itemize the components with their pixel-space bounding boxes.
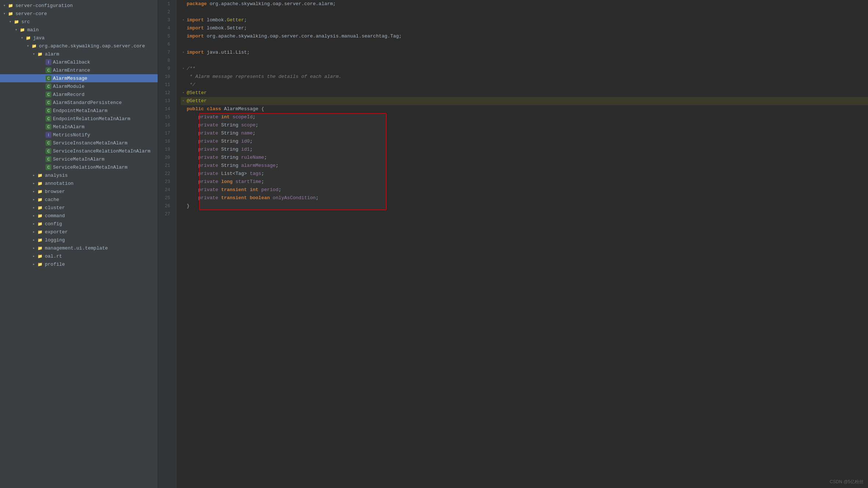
label-AlarmModule: AlarmModule [53, 84, 85, 89]
tree-item-MetaInAlarm[interactable]: C MetaInAlarm [0, 123, 158, 131]
tree-item-cache[interactable]: 📁 cache [0, 195, 158, 204]
line-number-9: 9 [158, 65, 173, 73]
tree-item-AlarmStandardPersistence[interactable]: C AlarmStandardPersistence [0, 98, 158, 107]
tree-item-EndpointMetaInAlarm[interactable]: C EndpointMetaInAlarm [0, 107, 158, 115]
tree-item-java[interactable]: 📁 java [0, 34, 158, 42]
chevron-config [31, 221, 37, 227]
label-ServiceMetaInAlarm: ServiceMetaInAlarm [53, 157, 104, 162]
label-ServiceInstanceRelationMetaInAlarm: ServiceInstanceRelationMetaInAlarm [53, 148, 150, 154]
token-op: ; [261, 170, 264, 178]
fold-arrow-7[interactable] [181, 50, 186, 55]
folder-icon-command: 📁 [37, 212, 43, 219]
tree-item-management-ui-template[interactable]: 📁 management.ui.template [0, 244, 158, 252]
token-field: period [261, 186, 279, 194]
tree-item-ServiceInstanceMetaInAlarm[interactable]: C ServiceInstanceMetaInAlarm [0, 139, 158, 147]
tree-item-src[interactable]: 📁 src [0, 18, 158, 26]
chevron-exporter [31, 229, 37, 235]
code-line-11: */ [181, 81, 868, 89]
fold-arrow-3[interactable] [181, 18, 186, 23]
label-src: src [21, 19, 30, 25]
token-pkg: lombok.Setter; [204, 24, 247, 32]
line-number-2: 2 [158, 8, 173, 16]
tree-item-command[interactable]: 📁 command [0, 212, 158, 220]
tree-item-exporter[interactable]: 📁 exporter [0, 228, 158, 236]
tree-item-main[interactable]: 📁 main [0, 26, 158, 34]
tree-item-profile[interactable]: 📁 profile [0, 260, 158, 268]
tree-item-browser[interactable]: 📁 browser [0, 187, 158, 195]
token-op [187, 154, 198, 162]
folder-icon-src: 📁 [13, 18, 20, 25]
token-op [187, 113, 198, 121]
tree-item-annotation[interactable]: 📁 annotation [0, 179, 158, 187]
token-pkg: java.util.List; [204, 49, 250, 57]
label-logging: logging [45, 237, 65, 243]
badge-ServiceInstanceMetaInAlarm: C [46, 140, 51, 146]
token-ann: @Getter [187, 97, 207, 105]
folder-icon-server-configuration: 📁 [7, 2, 14, 9]
tree-item-AlarmCallback[interactable]: I AlarmCallback [0, 58, 158, 66]
code-line-23: private long startTime; [181, 178, 868, 186]
token-op [218, 113, 221, 121]
token-op: ; [316, 194, 319, 202]
folder-icon-management-ui-template: 📁 [37, 245, 43, 251]
tree-item-logging[interactable]: 📁 logging [0, 236, 158, 244]
tree-item-org-package[interactable]: 📁 org.apache.skywalking.oap.server.core [0, 42, 158, 50]
chevron-management-ui-template [31, 245, 37, 251]
tree-item-server-core[interactable]: 📁 server-core [0, 10, 158, 18]
tree-item-AlarmRecord[interactable]: C AlarmRecord [0, 90, 158, 98]
line-number-1: 1 [158, 0, 173, 8]
tree-item-cluster[interactable]: 📁 cluster [0, 204, 158, 212]
badge-AlarmEntrance: C [46, 67, 51, 73]
tree-item-EndpointRelationMetaInAlarm[interactable]: C EndpointRelationMetaInAlarm [0, 115, 158, 123]
label-cache: cache [45, 197, 59, 202]
line-number-23: 23 [158, 178, 173, 186]
tree-item-analysis[interactable]: 📁 analysis [0, 171, 158, 179]
token-pkg: org.apache.skywalking.oap.server.core.al… [207, 0, 336, 8]
line-number-12: 12 [158, 89, 173, 97]
label-oal-rt: oal.rt [45, 254, 62, 259]
tree-item-oal-rt[interactable]: 📁 oal.rt [0, 252, 158, 260]
token-kw2: private [198, 146, 218, 154]
label-analysis: analysis [45, 173, 68, 178]
token-kw: int [250, 186, 258, 194]
tree-item-AlarmMessage[interactable]: C AlarmMessage [0, 74, 158, 82]
fold-arrow-13[interactable] [181, 98, 186, 104]
line-number-17: 17 [158, 129, 173, 137]
line-number-20: 20 [158, 154, 173, 162]
badge-ServiceRelationMetaInAlarm: C [46, 164, 51, 170]
tree-item-ServiceMetaInAlarm[interactable]: C ServiceMetaInAlarm [0, 155, 158, 163]
tree-item-config[interactable]: 📁 config [0, 220, 158, 228]
token-op [187, 146, 198, 154]
code-line-10: * Alarm message represents the details o… [181, 73, 868, 81]
line-number-4: 4 [158, 24, 173, 32]
file-tree: 📁 server-configuration 📁 server-core 📁 s… [0, 0, 158, 488]
code-line-27 [181, 210, 868, 218]
token-kw2: private [198, 162, 218, 170]
label-org: org.apache.skywalking.oap.server.core [39, 43, 145, 49]
label-main: main [27, 27, 39, 33]
tree-item-AlarmEntrance[interactable]: C AlarmEntrance [0, 66, 158, 74]
tree-item-ServiceInstanceRelationMetaInAlarm[interactable]: C ServiceInstanceRelationMetaInAlarm [0, 147, 158, 155]
tree-item-MetricsNotify[interactable]: I MetricsNotify [0, 131, 158, 139]
line-number-24: 24 [158, 186, 173, 194]
folder-icon-server-core: 📁 [7, 10, 14, 17]
fold-arrow-12[interactable] [181, 90, 186, 96]
token-field: startTime [236, 178, 261, 186]
label-profile: profile [45, 262, 65, 267]
tree-item-ServiceRelationMetaInAlarm[interactable]: C ServiceRelationMetaInAlarm [0, 163, 158, 171]
label-alarm: alarm [45, 51, 59, 57]
chevron-org [25, 43, 31, 49]
code-content[interactable]: package org.apache.skywalking.oap.server… [176, 0, 868, 488]
tree-item-alarm[interactable]: 📁 alarm [0, 50, 158, 58]
label-cluster: cluster [45, 205, 65, 211]
tree-item-server-configuration[interactable]: 📁 server-configuration [0, 1, 158, 10]
line-number-21: 21 [158, 162, 173, 170]
fold-arrow-9[interactable] [181, 66, 186, 71]
token-kw: int [221, 113, 230, 121]
line-number-26: 26 [158, 202, 173, 210]
token-pkg: org.apache.skywalking.oap.server.core.an… [204, 32, 402, 40]
tree-item-AlarmModule[interactable]: C AlarmModule [0, 82, 158, 90]
chevron-java [19, 35, 25, 41]
token-field: scope [241, 121, 255, 129]
folder-icon-cluster: 📁 [37, 204, 43, 211]
